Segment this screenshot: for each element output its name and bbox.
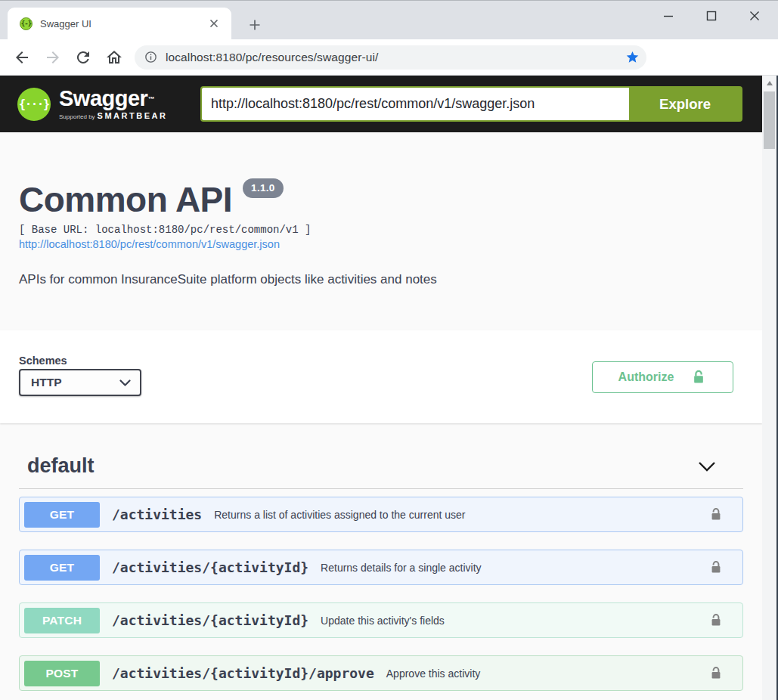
endpoint-path: /activities bbox=[112, 506, 202, 522]
method-badge: GET bbox=[24, 502, 100, 528]
page-info-icon[interactable] bbox=[144, 50, 158, 64]
endpoint-path: /activities/{activityId} bbox=[112, 559, 308, 575]
tab-title: Swagger UI bbox=[40, 18, 91, 29]
spec-url-group: Explore bbox=[200, 86, 742, 122]
minimize-button[interactable] bbox=[657, 5, 680, 27]
swagger-content: Common API 1.1.0 [ Base URL: localhost:8… bbox=[0, 132, 762, 700]
url-field[interactable]: localhost:8180/pc/resources/swagger-ui/ bbox=[135, 45, 646, 70]
address-bar: localhost:8180/pc/resources/swagger-ui/ bbox=[0, 39, 778, 76]
select-chevron-icon bbox=[119, 379, 131, 386]
home-icon[interactable] bbox=[105, 48, 123, 67]
smartbear-credit: Supported bySMARTBEAR bbox=[59, 111, 167, 120]
swagger-wordmark: Swagger™ bbox=[59, 88, 167, 110]
maximize-button[interactable] bbox=[700, 5, 723, 27]
spec-url-input[interactable] bbox=[202, 88, 629, 120]
browser-window: {-} Swagger UI localhost:8180/pc/resourc… bbox=[0, 0, 778, 700]
api-title: Common API bbox=[19, 183, 232, 217]
endpoint-row[interactable]: GET /activities/{activityId} Returns det… bbox=[19, 550, 743, 585]
url-text: localhost:8180/pc/resources/swagger-ui/ bbox=[166, 51, 378, 64]
base-url: [ Base URL: localhost:8180/pc/rest/commo… bbox=[19, 224, 743, 236]
scrollbar-up-icon[interactable] bbox=[762, 76, 776, 90]
schemes-select[interactable]: HTTP bbox=[19, 369, 141, 396]
back-icon[interactable] bbox=[13, 48, 31, 67]
endpoint-row[interactable]: POST /activities/{activityId}/approve Ap… bbox=[19, 655, 743, 691]
endpoint-summary: Approve this activity bbox=[386, 667, 481, 680]
method-badge: PATCH bbox=[24, 608, 100, 633]
authorize-button[interactable]: Authorize bbox=[592, 361, 733, 393]
endpoint-summary: Returns details for a single activity bbox=[321, 562, 481, 574]
swagger-favicon-icon: {-} bbox=[20, 17, 33, 30]
scheme-container: Schemes HTTP Authorize bbox=[0, 330, 762, 423]
browser-tab[interactable]: {-} Swagger UI bbox=[8, 8, 231, 39]
api-description: APIs for common InsuranceSuite platform … bbox=[19, 272, 743, 287]
spec-link[interactable]: http://localhost:8180/pc/rest/common/v1/… bbox=[19, 238, 743, 250]
lock-icon[interactable] bbox=[708, 665, 724, 681]
swagger-logo-icon: {···} bbox=[17, 88, 51, 121]
lock-icon[interactable] bbox=[708, 559, 724, 575]
method-badge: POST bbox=[24, 661, 100, 686]
forward-icon[interactable] bbox=[44, 48, 62, 67]
swagger-topbar: {···} Swagger™ Supported bySMARTBEAR Exp… bbox=[0, 76, 762, 132]
section-chevron-icon[interactable] bbox=[698, 461, 716, 472]
lock-icon[interactable] bbox=[708, 612, 724, 628]
tab-strip: {-} Swagger UI bbox=[0, 0, 778, 39]
explore-button[interactable]: Explore bbox=[629, 88, 741, 120]
endpoint-row[interactable]: GET /activities Returns a list of activi… bbox=[19, 497, 743, 532]
tab-close-icon[interactable] bbox=[207, 17, 221, 30]
endpoint-row[interactable]: PATCH /activities/{activityId} Update th… bbox=[19, 602, 743, 638]
tag-section-header[interactable]: default bbox=[19, 423, 743, 489]
unlock-icon bbox=[690, 369, 707, 386]
api-version-badge: 1.1.0 bbox=[243, 178, 284, 198]
endpoint-summary: Returns a list of activities assigned to… bbox=[214, 509, 465, 521]
tag-title: default bbox=[27, 454, 95, 478]
reload-icon[interactable] bbox=[74, 48, 92, 67]
window-close-button[interactable] bbox=[743, 5, 766, 27]
schemes-label: Schemes bbox=[19, 355, 141, 367]
method-badge: GET bbox=[24, 555, 100, 581]
new-tab-button[interactable] bbox=[245, 15, 265, 35]
lock-icon[interactable] bbox=[708, 506, 724, 522]
page-scrollbar[interactable] bbox=[762, 76, 776, 700]
bookmark-star-icon[interactable] bbox=[625, 50, 640, 64]
endpoint-path: /activities/{activityId} bbox=[112, 612, 308, 628]
endpoint-summary: Update this activity's fields bbox=[321, 615, 445, 627]
scrollbar-thumb[interactable] bbox=[764, 91, 775, 149]
endpoint-path: /activities/{activityId}/approve bbox=[112, 665, 374, 681]
